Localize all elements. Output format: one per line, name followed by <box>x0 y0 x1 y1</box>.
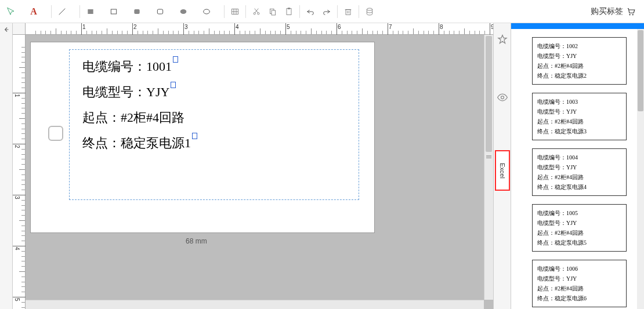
excel-tab-label: Excel <box>499 163 506 179</box>
text-tool[interactable]: A <box>27 5 41 19</box>
ruler-corner <box>13 23 26 35</box>
canvas-area[interactable]: 123456789 12345 电缆编号：1001 电缆型号：YJY 起点：#2… <box>13 23 493 309</box>
svg-line-0 <box>59 8 66 14</box>
label-page[interactable]: 电缆编号：1001 电缆型号：YJY 起点：#2柜#4回路 终点：稳定泵电源1 <box>30 42 375 233</box>
label-outline[interactable]: 电缆编号：1001 电缆型号：YJY 起点：#2柜#4回路 终点：稳定泵电源1 <box>69 49 359 200</box>
preview-card[interactable]: 电缆编号：1003电缆型号：YJY起点：#2柜#4回路终点：稳定泵电源3 <box>532 93 627 140</box>
preview-header <box>511 23 644 29</box>
svg-point-23 <box>367 8 372 10</box>
copy-tool[interactable] <box>266 5 280 19</box>
preview-card[interactable]: 电缆编号：1005电缆型号：YJY起点：#2柜#4回路终点：稳定泵电源5 <box>532 204 627 252</box>
paste-tool[interactable] <box>282 5 296 19</box>
main-area: 123456789 12345 电缆编号：1001 电缆型号：YJY 起点：#2… <box>0 23 644 309</box>
svg-point-24 <box>629 14 630 15</box>
field-marker-icon <box>173 56 178 63</box>
svg-point-26 <box>501 96 504 99</box>
canvas-inner: 电缆编号：1001 电缆型号：YJY 起点：#2柜#4回路 终点：稳定泵电源1 … <box>26 35 493 309</box>
field-marker-icon <box>192 133 197 139</box>
star-tab-icon[interactable] <box>497 34 508 45</box>
svg-point-11 <box>254 12 255 14</box>
svg-rect-2 <box>111 9 116 14</box>
database-tool[interactable] <box>363 5 377 19</box>
svg-point-6 <box>204 9 210 14</box>
ruler-horizontal: 123456789 <box>26 23 493 35</box>
line-cable-no[interactable]: 电缆编号：1001 <box>82 58 346 75</box>
side-tabs: Excel <box>493 23 511 309</box>
size-label: 68 mm <box>186 237 207 245</box>
ellipse-fill-tool[interactable] <box>176 5 190 19</box>
buy-label-text: 购买标签 <box>591 6 623 17</box>
preview-panel: 电缆编号：1002电缆型号：YJY起点：#2柜#4回路终点：稳定泵电源2电缆编号… <box>511 23 644 309</box>
svg-rect-3 <box>134 9 139 14</box>
svg-rect-17 <box>287 8 291 14</box>
line-start[interactable]: 起点：#2柜#4回路 <box>82 109 346 126</box>
eye-tab-icon[interactable] <box>497 92 508 103</box>
delete-tool[interactable] <box>341 5 355 19</box>
preview-card[interactable]: 电缆编号：1004电缆型号：YJY起点：#2柜#4回路终点：稳定泵电源4 <box>532 148 627 196</box>
svg-point-12 <box>258 12 259 14</box>
left-strip <box>0 23 13 309</box>
svg-rect-1 <box>88 9 93 14</box>
svg-line-14 <box>255 8 258 12</box>
svg-point-5 <box>180 9 187 14</box>
preview-scrollbar[interactable] <box>637 29 644 309</box>
buy-label-link[interactable]: 购买标签 <box>591 6 641 17</box>
line-tool[interactable] <box>55 5 69 19</box>
record-checkbox[interactable] <box>48 126 63 141</box>
ruler-vertical: 12345 <box>13 35 26 309</box>
excel-tab[interactable]: Excel <box>495 150 510 191</box>
pointer-tool[interactable] <box>3 5 17 19</box>
roundrect-outline-tool[interactable] <box>153 5 167 19</box>
svg-rect-16 <box>272 10 276 15</box>
scroll-thumb[interactable] <box>486 36 492 152</box>
cart-icon <box>625 6 636 17</box>
svg-rect-19 <box>346 9 350 14</box>
svg-rect-18 <box>288 8 290 9</box>
roundrect-fill-tool[interactable] <box>130 5 144 19</box>
rect-fill-tool[interactable] <box>84 5 97 19</box>
svg-point-25 <box>632 14 634 15</box>
vertical-scrollbar[interactable] <box>484 35 493 300</box>
preview-card[interactable]: 电缆编号：1002电缆型号：YJY起点：#2柜#4回路终点：稳定泵电源2 <box>532 37 627 85</box>
redo-tool[interactable] <box>320 5 334 19</box>
scroll-thumb[interactable] <box>638 30 643 111</box>
table-tool[interactable] <box>228 5 242 19</box>
preview-card[interactable]: 电缆编号：1006电缆型号：YJY起点：#2柜#4回路终点：稳定泵电源6 <box>532 260 627 307</box>
toolbar: A 购买标签 <box>0 0 644 23</box>
line-end[interactable]: 终点：稳定泵电源1 <box>82 134 346 152</box>
ellipse-outline-tool[interactable] <box>200 5 214 19</box>
rect-outline-tool[interactable] <box>107 5 121 19</box>
field-marker-icon <box>171 82 176 88</box>
horizontal-scrollbar[interactable] <box>26 300 484 309</box>
return-icon[interactable] <box>2 26 10 34</box>
preview-list[interactable]: 电缆编号：1002电缆型号：YJY起点：#2柜#4回路终点：稳定泵电源2电缆编号… <box>511 29 637 309</box>
svg-rect-4 <box>157 9 162 14</box>
line-cable-type[interactable]: 电缆型号：YJY <box>82 83 346 101</box>
svg-line-13 <box>255 8 258 12</box>
undo-tool[interactable] <box>303 5 317 19</box>
cut-tool[interactable] <box>249 5 263 19</box>
